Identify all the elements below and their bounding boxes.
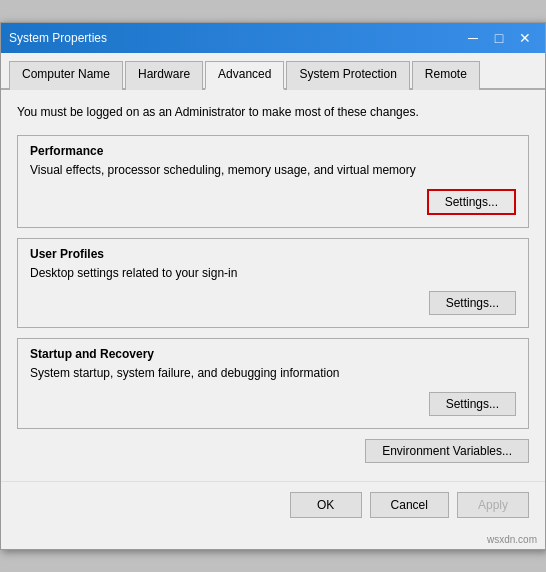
tab-computer-name[interactable]: Computer Name: [9, 61, 123, 90]
tab-hardware[interactable]: Hardware: [125, 61, 203, 90]
close-button[interactable]: ✕: [513, 28, 537, 48]
maximize-button[interactable]: □: [487, 28, 511, 48]
dialog-footer: OK Cancel Apply: [1, 481, 545, 532]
tab-bar: Computer Name Hardware Advanced System P…: [1, 53, 545, 90]
system-properties-window: System Properties ─ □ ✕ Computer Name Ha…: [0, 22, 546, 550]
window-title: System Properties: [9, 31, 107, 45]
tab-system-protection[interactable]: System Protection: [286, 61, 409, 90]
cancel-button[interactable]: Cancel: [370, 492, 449, 518]
startup-recovery-btn-row: Settings...: [30, 392, 516, 416]
title-bar: System Properties ─ □ ✕: [1, 23, 545, 53]
user-profiles-section: User Profiles Desktop settings related t…: [17, 238, 529, 329]
apply-button[interactable]: Apply: [457, 492, 529, 518]
env-variables-row: Environment Variables...: [17, 439, 529, 463]
ok-button[interactable]: OK: [290, 492, 362, 518]
performance-description: Visual effects, processor scheduling, me…: [30, 162, 516, 179]
tab-advanced[interactable]: Advanced: [205, 61, 284, 90]
user-profiles-title: User Profiles: [30, 247, 516, 261]
performance-settings-button[interactable]: Settings...: [427, 189, 516, 215]
tab-remote[interactable]: Remote: [412, 61, 480, 90]
user-profiles-description: Desktop settings related to your sign-in: [30, 265, 516, 282]
title-bar-controls: ─ □ ✕: [461, 28, 537, 48]
admin-notice: You must be logged on as an Administrato…: [17, 104, 529, 121]
performance-btn-row: Settings...: [30, 189, 516, 215]
user-profiles-settings-button[interactable]: Settings...: [429, 291, 516, 315]
user-profiles-btn-row: Settings...: [30, 291, 516, 315]
startup-recovery-settings-button[interactable]: Settings...: [429, 392, 516, 416]
watermark: wsxdn.com: [1, 532, 545, 549]
startup-recovery-description: System startup, system failure, and debu…: [30, 365, 516, 382]
minimize-button[interactable]: ─: [461, 28, 485, 48]
startup-recovery-title: Startup and Recovery: [30, 347, 516, 361]
performance-section: Performance Visual effects, processor sc…: [17, 135, 529, 228]
tab-content: You must be logged on as an Administrato…: [1, 90, 545, 481]
startup-recovery-section: Startup and Recovery System startup, sys…: [17, 338, 529, 429]
performance-title: Performance: [30, 144, 516, 158]
environment-variables-button[interactable]: Environment Variables...: [365, 439, 529, 463]
